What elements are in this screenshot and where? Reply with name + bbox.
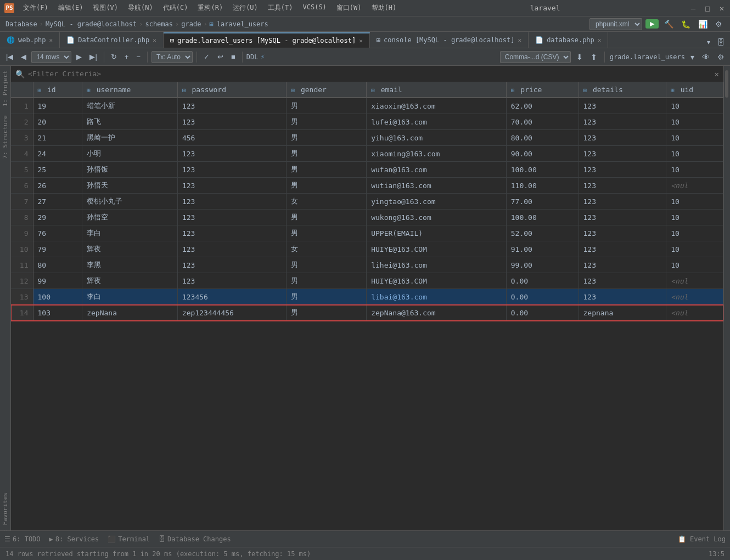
col-username[interactable]: ⊞ username — [82, 82, 178, 98]
col-id[interactable]: ⊞ id — [33, 82, 82, 98]
col-email[interactable]: ⊞ email — [367, 82, 507, 98]
menu-view[interactable]: 视图(V) — [88, 2, 122, 14]
tab-console-close[interactable]: ✕ — [518, 37, 522, 44]
cell-gender[interactable]: 男 — [287, 289, 367, 305]
cell-username[interactable]: 孙悟空 — [82, 210, 178, 225]
minimize-button[interactable]: — — [689, 4, 697, 12]
cell-id[interactable]: 27 — [33, 194, 82, 210]
cell-price[interactable]: 0.00 — [506, 305, 579, 321]
cell-uid[interactable]: 10 — [666, 194, 723, 210]
output-format-select[interactable]: Comma-...d (CSV) — [500, 51, 571, 63]
col-price[interactable]: ⊞ price — [506, 82, 579, 98]
cell-details[interactable]: 123 — [579, 98, 666, 114]
cell-details[interactable]: 123 — [579, 273, 666, 289]
table-wrapper[interactable]: ⊞ id ⊞ username ⊞ password — [11, 82, 723, 555]
stop-button[interactable]: ■ — [228, 52, 238, 62]
cell-username[interactable]: 辉夜 — [82, 273, 178, 289]
cell-id[interactable]: 25 — [33, 162, 82, 178]
import-button[interactable]: ⬆ — [588, 52, 599, 63]
cell-email[interactable]: xiaoxin@163.com — [367, 98, 507, 114]
cell-gender[interactable]: 女 — [287, 241, 367, 257]
cell-password[interactable]: 123 — [177, 257, 287, 273]
cell-password[interactable]: 123 — [177, 241, 287, 257]
filter-input[interactable] — [28, 70, 193, 78]
cell-password[interactable]: 123 — [177, 114, 287, 130]
cell-username[interactable]: 孙悟饭 — [82, 162, 178, 178]
cell-email[interactable]: lihei@163.com — [367, 257, 507, 273]
terminal-status-item[interactable]: ⬛ Terminal — [108, 535, 150, 543]
table-row[interactable]: 626孙悟天123男wutian@163.com110.00123<nul — [11, 178, 723, 194]
table-row[interactable]: 976李白123男UPPER(EMAIL)52.0012310 — [11, 225, 723, 241]
cell-details[interactable]: 123 — [579, 257, 666, 273]
next-row-button[interactable]: ▶ — [74, 52, 85, 62]
first-row-button[interactable]: |◀ — [3, 52, 16, 62]
db-changes-status-item[interactable]: 🗄 Database Changes — [159, 535, 231, 543]
cell-email[interactable]: HUIYE@163.COM — [367, 273, 507, 289]
build-button[interactable]: 🔨 — [662, 19, 676, 30]
add-row-button[interactable]: + — [122, 52, 132, 62]
cell-uid[interactable]: <nul — [666, 305, 723, 321]
database-side-panel-button[interactable]: 🗄 — [715, 37, 727, 48]
cell-password[interactable]: 123 — [177, 162, 287, 178]
cell-gender[interactable]: 男 — [287, 114, 367, 130]
cell-price[interactable]: 0.00 — [506, 289, 579, 305]
view-button[interactable]: 👁 — [700, 52, 712, 63]
menu-refactor[interactable]: 重构(R) — [193, 2, 227, 14]
cell-id[interactable]: 79 — [33, 241, 82, 257]
cell-price[interactable]: 80.00 — [506, 130, 579, 146]
tab-laravel-users-close[interactable]: ✕ — [359, 37, 363, 44]
cell-uid[interactable]: 10 — [666, 241, 723, 257]
table-row[interactable]: 13100李白123456男libai@163.com0.00123<nul — [11, 289, 723, 305]
cell-email[interactable]: HUIYE@163.COM — [367, 241, 507, 257]
cell-details[interactable]: 123 — [579, 289, 666, 305]
cell-gender[interactable]: 女 — [287, 194, 367, 210]
tab-web-php[interactable]: 🌐 web.php ✕ — [0, 32, 60, 48]
cell-email[interactable]: yihu@163.com — [367, 130, 507, 146]
table-row[interactable]: 424小明123男xiaoming@163.com90.0012310 — [11, 146, 723, 162]
cell-details[interactable]: 123 — [579, 178, 666, 194]
menu-tools[interactable]: 工具(T) — [263, 2, 297, 14]
menu-edit[interactable]: 编辑(E) — [54, 2, 88, 14]
cell-gender[interactable]: 男 — [287, 257, 367, 273]
cell-uid[interactable]: <nul — [666, 178, 723, 194]
cell-gender[interactable]: 男 — [287, 130, 367, 146]
commit-button[interactable]: ✓ — [201, 52, 212, 62]
cell-price[interactable]: 62.00 — [506, 98, 579, 114]
refresh-button[interactable]: ↻ — [108, 52, 120, 62]
cell-email[interactable]: UPPER(EMAIL) — [367, 225, 507, 241]
cell-price[interactable]: 52.00 — [506, 225, 579, 241]
cell-email[interactable]: wutian@163.com — [367, 178, 507, 194]
debug-button[interactable]: 🐛 — [679, 19, 693, 30]
rollback-button[interactable]: ↩ — [215, 52, 226, 62]
table-row[interactable]: 220路飞123男lufei@163.com70.0012310 — [11, 114, 723, 130]
cell-uid[interactable]: 10 — [666, 130, 723, 146]
cell-uid[interactable]: <nul — [666, 273, 723, 289]
cell-gender[interactable]: 男 — [287, 225, 367, 241]
vertical-scrollbar-thumb[interactable] — [725, 70, 728, 98]
cell-id[interactable]: 29 — [33, 210, 82, 225]
cell-uid[interactable]: 10 — [666, 162, 723, 178]
tab-console[interactable]: ⊞ console [MySQL - grade@localhost] ✕ — [370, 32, 529, 48]
col-uid[interactable]: ⊞ uid — [666, 82, 723, 98]
menu-code[interactable]: 代码(C) — [159, 2, 193, 14]
menu-vcs[interactable]: VCS(S) — [299, 2, 331, 14]
settings-button[interactable]: ⚙ — [713, 19, 725, 30]
cell-email[interactable]: zepNana@163.com — [367, 305, 507, 321]
menu-navigate[interactable]: 导航(N) — [123, 2, 158, 14]
filter-clear-button[interactable]: ✕ — [715, 70, 719, 78]
menu-file[interactable]: 文件(F) — [19, 2, 53, 14]
menu-window[interactable]: 窗口(W) — [332, 2, 366, 14]
cell-gender[interactable]: 男 — [287, 210, 367, 225]
cell-uid[interactable]: 10 — [666, 146, 723, 162]
cell-username[interactable]: 李白 — [82, 225, 178, 241]
col-gender[interactable]: ⊞ gender — [287, 82, 367, 98]
cell-uid[interactable]: <nul — [666, 289, 723, 305]
cell-username[interactable]: 樱桃小丸子 — [82, 194, 178, 210]
cell-password[interactable]: 123456 — [177, 289, 287, 305]
table-row[interactable]: 829孙悟空123男wukong@163.com100.0012310 — [11, 210, 723, 225]
cell-uid[interactable]: 10 — [666, 225, 723, 241]
cell-gender[interactable]: 男 — [287, 178, 367, 194]
cell-password[interactable]: 123 — [177, 194, 287, 210]
cell-gender[interactable]: 男 — [287, 98, 367, 114]
cell-gender[interactable]: 男 — [287, 146, 367, 162]
